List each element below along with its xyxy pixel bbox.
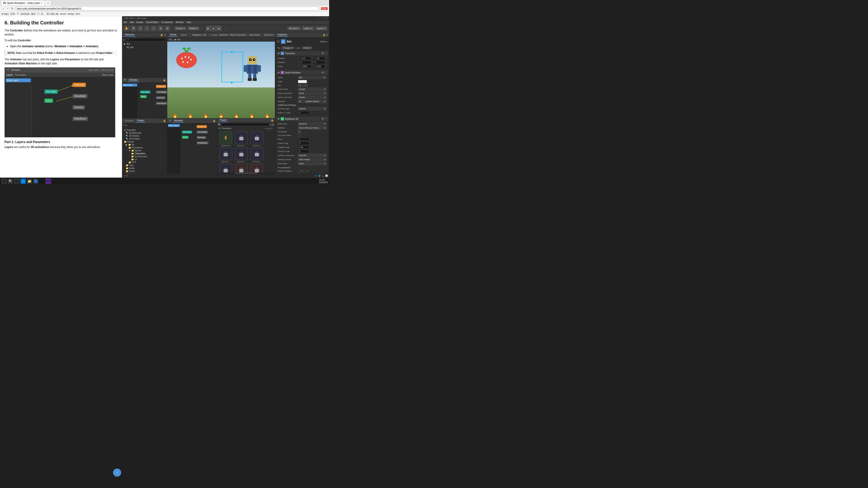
anim-tab-layers[interactable]: Layers — [6, 73, 13, 76]
auto-mass-checkbox[interactable] — [298, 134, 301, 137]
game-tab[interactable]: Game — [179, 33, 188, 37]
bookmark-baidu[interactable]: 百度一下 — [10, 12, 19, 15]
bookmark-apps[interactable]: ⊞ Apps — [1, 13, 9, 15]
scale-y-input[interactable] — [314, 65, 325, 68]
draw-mode-value[interactable]: Simple ▾ — [298, 88, 327, 91]
rotate-tool-btn[interactable]: ↺ — [137, 26, 143, 31]
layer-dropdown[interactable]: Default ▾ — [302, 46, 312, 50]
start-btn[interactable]: ⊞ — [1, 178, 7, 184]
tree-tiles[interactable]: 📁 Tiles — [123, 164, 166, 167]
asset-mrclock-8[interactable]: 🤖 MrClock... — [250, 164, 264, 173]
base-layer-bottom[interactable]: Base Layer — [168, 124, 180, 127]
simulated-checkbox[interactable]: ✓ — [298, 130, 301, 133]
sr-more[interactable]: ⋮ — [324, 71, 327, 74]
asset-mrclock-2[interactable]: 🤖 MrClock... — [250, 131, 264, 147]
account-dropdown[interactable]: Account ▾ — [287, 26, 301, 30]
sprite-renderer-header[interactable]: ▼ S Sprite Renderer ⚙ ⋮ — [276, 70, 328, 75]
global-dropdown[interactable]: Global ▾ — [188, 26, 199, 30]
hierarchy-tab[interactable]: Hierarchy — [123, 33, 136, 37]
auto-save-btn[interactable]: ✓ Auto Save — [247, 34, 260, 36]
state-robotdown[interactable]: RobotDown — [72, 117, 88, 121]
asset-mrclock-5[interactable]: 🤖 MrClock... — [250, 148, 264, 163]
tree-animations[interactable]: 📁 Animations — [123, 146, 166, 149]
rot-y-input[interactable] — [314, 61, 325, 64]
asset-mrclock-4[interactable]: 🤖 MrClock... — [234, 148, 249, 163]
tree-environment[interactable]: 📁 Environment — [123, 155, 166, 158]
tree-characters[interactable]: 📁 Characters — [123, 152, 166, 155]
transform-more[interactable]: ⋮ — [324, 52, 327, 55]
assets-grid-btn[interactable]: ⊞ — [272, 123, 274, 126]
state-robotleft[interactable]: RobotLeft — [72, 83, 86, 87]
forward-btn[interactable]: › — [6, 7, 9, 10]
scale-z-input[interactable] — [328, 65, 329, 68]
assets-search-input[interactable] — [221, 123, 270, 126]
close-btn[interactable]: ✕ — [326, 17, 327, 20]
hierarchy-lock[interactable]: 🔒 — [160, 34, 163, 36]
menu-help[interactable]: Help — [186, 21, 191, 24]
base-layer-item[interactable]: Base Layer — [6, 78, 31, 82]
bookmark-zhidao[interactable]: 如何知道 — [21, 12, 30, 15]
asset-jambisheet[interactable]: 🧍 JambiSheet — [218, 131, 233, 147]
bookmark-wx[interactable]: 微信（*）百... — [31, 12, 45, 15]
rect-tool-btn[interactable]: ▭ — [151, 26, 156, 31]
menu-edit[interactable]: Edit — [130, 21, 133, 24]
pos-z-input[interactable] — [328, 57, 329, 60]
state-robotup[interactable]: RobotUp — [72, 105, 85, 109]
vs-btn[interactable]: VS — [46, 178, 51, 184]
center-dropdown[interactable]: Center ▾ — [174, 26, 186, 30]
scene-view[interactable]: ★ — [167, 41, 275, 118]
animator-bottom-tab[interactable]: Animator — [173, 119, 184, 123]
assets-scrollbar[interactable] — [217, 173, 275, 173]
material-value[interactable]: ⚙ Sprites-Default ⊙ — [298, 100, 327, 103]
bookmark-36[interactable]: 36 注册人数 — [46, 12, 59, 15]
order-input[interactable] — [298, 111, 309, 114]
asset-mrclock-7[interactable]: 🤖 MrClock... — [234, 164, 249, 173]
pos-y-input[interactable] — [314, 57, 325, 60]
hierarchy-item-bot-parent[interactable]: ▶ Bot — [122, 42, 167, 46]
animator-mini-tab[interactable]: Animator — [127, 78, 139, 82]
step-btn[interactable]: ⏭ — [216, 26, 222, 31]
state-robotright-mini[interactable]: RobotRight — [156, 91, 167, 94]
linear-drag-input[interactable] — [298, 142, 309, 145]
state-robotup-mini[interactable]: RobotUp — [156, 96, 165, 99]
rb2d-header[interactable]: ▼ R Rigidbody 2D ⚙ ⋮ — [276, 117, 328, 121]
active-tab[interactable]: 🎮 Sprite Animation - Unity Learn ✕ — [1, 0, 45, 5]
minimize-btn[interactable]: — — [319, 17, 321, 20]
bl-robotdown[interactable]: RobotDown — [197, 141, 209, 144]
search-taskbar-btn[interactable]: 🔍 — [8, 178, 13, 184]
menu-file[interactable]: File — [123, 21, 127, 24]
material-picker[interactable]: ⊙ — [324, 100, 326, 103]
address-bar[interactable] — [15, 6, 319, 11]
project-lock[interactable]: 🔒 — [163, 120, 166, 122]
pause-btn[interactable]: ⏸ — [211, 26, 216, 31]
play-btn[interactable]: ▶ — [206, 26, 211, 31]
transform-header[interactable]: ▼ T Transform ⚙ ⋮ — [276, 51, 328, 56]
tree-all-models[interactable]: 🔍 All Models — [123, 134, 166, 137]
normal-dropdown[interactable]: Normal ▾ — [219, 34, 228, 36]
2d-btn[interactable]: 2D — [203, 34, 206, 36]
state-robotleft-mini[interactable]: RobotLeft — [156, 85, 166, 88]
gizmos-btn[interactable]: Gizmos ▾ — [264, 34, 274, 36]
animator-mini-lock[interactable]: 🔒 — [163, 79, 166, 81]
menu-component[interactable]: Component — [161, 21, 173, 24]
rot-z-input[interactable] — [328, 61, 329, 64]
project-add-btn[interactable]: + — [123, 124, 125, 127]
scene-crumb-scene[interactable]: Sce... — [168, 38, 174, 41]
state-anystate-mini[interactable]: Any State — [140, 91, 150, 94]
shaded-btn[interactable]: Shaded ▾ — [192, 34, 202, 36]
project-tab[interactable]: Project — [136, 119, 146, 123]
freeze-pos-x-check[interactable] — [298, 170, 301, 172]
tree-vfx[interactable]: 📁 VFX — [123, 161, 166, 164]
sleeping-mode-value[interactable]: Start Awake ▾ — [298, 158, 327, 161]
tree-all-materials[interactable]: 🔍 All Materials — [123, 131, 166, 134]
animator-bottom-lock[interactable]: 🔒 — [213, 120, 215, 122]
asset-mrclock-3[interactable]: 🤖 MrClock... — [218, 148, 233, 163]
asset-mrclock-6[interactable]: 🤖 MrClock... — [218, 164, 233, 173]
task-view-btn[interactable]: ⊟ — [14, 178, 20, 184]
maximize-btn[interactable]: □ — [322, 17, 324, 20]
refresh-btn[interactable]: ↻ — [10, 7, 14, 10]
hierarchy-item-bot-child[interactable]: 📷 Bot — [122, 46, 167, 49]
body-type-value[interactable]: Dynamic ▾ — [298, 122, 327, 125]
sprite-picker[interactable]: ⊙ — [324, 76, 326, 78]
inspector-menu[interactable]: ≡ — [327, 34, 328, 36]
